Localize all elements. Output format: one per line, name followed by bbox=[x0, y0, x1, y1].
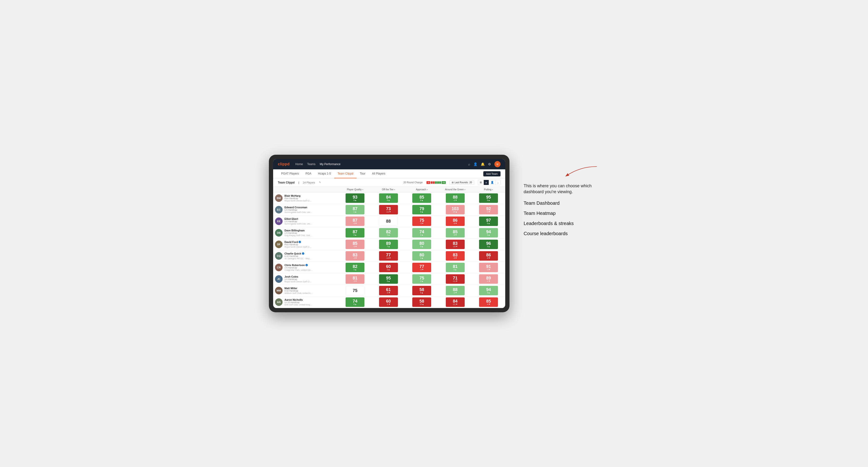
score-cell-0-1[interactable]: 846▲ bbox=[372, 192, 405, 204]
score-cell-1-0[interactable]: 871▲ bbox=[338, 204, 372, 216]
score-inner: 86-8▼ bbox=[486, 253, 491, 259]
nav-teams[interactable]: Teams bbox=[307, 162, 315, 166]
player-cell-9[interactable]: ANAaron Nicholls11-15 HandicapDrift Golf… bbox=[273, 297, 338, 308]
score-cell-0-2[interactable]: 858▲ bbox=[405, 192, 438, 204]
score-cell-3-3[interactable]: 85-3▼ bbox=[438, 227, 472, 239]
score-cell-2-2[interactable]: 75-3▼ bbox=[405, 216, 438, 227]
score-cell-9-3[interactable]: 84-21▼ bbox=[438, 297, 472, 308]
score-cell-6-3[interactable]: 814▲ bbox=[438, 262, 472, 273]
score-number: 74 bbox=[420, 230, 424, 234]
score-cell-0-4[interactable]: 959▲ bbox=[472, 192, 505, 204]
score-cell-8-2[interactable]: 584▲ bbox=[405, 285, 438, 297]
sub-nav-team-clippd[interactable]: Team Clippd bbox=[334, 169, 356, 178]
score-cell-7-1[interactable]: 958▲ bbox=[372, 273, 405, 285]
score-cell-8-3[interactable]: 88-2▼ bbox=[438, 285, 472, 297]
settings-icon[interactable]: ⚙ bbox=[488, 162, 491, 166]
col-around-green[interactable]: Around the Green ▾ bbox=[438, 187, 472, 192]
score-cell-6-2[interactable]: 77-3▼ bbox=[405, 262, 438, 273]
score-cell-3-2[interactable]: 741▲ bbox=[405, 227, 438, 239]
bell-icon[interactable]: 🔔 bbox=[481, 162, 485, 166]
score-number: 73 bbox=[386, 207, 391, 211]
score-box: 748▲ bbox=[346, 298, 365, 307]
score-cell-5-2[interactable]: 801▲ bbox=[405, 250, 438, 262]
score-inner: 814▲ bbox=[453, 264, 458, 271]
edit-icon[interactable]: ✎ bbox=[319, 181, 321, 184]
score-cell-3-4[interactable]: 941▲ bbox=[472, 227, 505, 239]
score-cell-1-4[interactable]: 92-3▼ bbox=[472, 204, 505, 216]
score-cell-5-0[interactable]: 83-3▼ bbox=[338, 250, 372, 262]
score-cell-2-0[interactable]: 87-3▼ bbox=[338, 216, 372, 227]
score-cell-9-0[interactable]: 748▲ bbox=[338, 297, 372, 308]
col-player-quality[interactable]: Player Quality ▾ bbox=[338, 187, 372, 192]
player-cell-6[interactable]: CRChris Robertson✓1-5 HandicapCraigmilla… bbox=[273, 262, 338, 273]
player-cell-3[interactable]: DBDave Billingham1-5 HandicapGog Magog G… bbox=[273, 227, 338, 239]
score-cell-6-0[interactable]: 823▲ bbox=[338, 262, 372, 273]
sub-nav-tour[interactable]: Tour bbox=[356, 169, 369, 178]
score-cell-3-0[interactable]: 874▲ bbox=[338, 227, 372, 239]
view-list-button[interactable]: ≡ bbox=[484, 180, 489, 185]
score-cell-1-1[interactable]: 73-11▼ bbox=[372, 204, 405, 216]
score-cell-8-4[interactable]: 943▲ bbox=[472, 285, 505, 297]
player-cell-7[interactable]: JCJosh Coles1-5 HandicapRoyal North Devo… bbox=[273, 273, 338, 285]
score-number: 75 bbox=[420, 218, 424, 222]
player-cell-8[interactable]: MMMatt Miller6-10 HandicapWoburn Golf Cl… bbox=[273, 285, 338, 297]
score-cell-4-4[interactable]: 963▲ bbox=[472, 239, 505, 250]
nav-home[interactable]: Home bbox=[295, 162, 303, 166]
col-off-tee[interactable]: Off the Tee ▾ bbox=[372, 187, 405, 192]
score-cell-9-4[interactable]: 85-4▼ bbox=[472, 297, 505, 308]
score-cell-0-0[interactable]: 939▲ bbox=[338, 192, 372, 204]
search-icon[interactable]: ⌕ bbox=[468, 162, 470, 166]
view-user-button[interactable]: 👤 bbox=[489, 180, 496, 185]
score-cell-0-3[interactable]: 88-1▼ bbox=[438, 192, 472, 204]
score-cell-8-0[interactable]: 75 bbox=[338, 285, 372, 297]
score-cell-4-1[interactable]: 897▲ bbox=[372, 239, 405, 250]
col-putting[interactable]: Putting ▾ bbox=[472, 187, 505, 192]
player-cell-5[interactable]: CQCharlie Quick✓6-10 HandicapSt. George'… bbox=[273, 250, 338, 262]
score-delta: 1▲ bbox=[420, 257, 423, 259]
score-cell-7-0[interactable]: 81-3▼ bbox=[338, 273, 372, 285]
sub-nav-pgat-players[interactable]: PGAT Players bbox=[278, 169, 302, 178]
nav-my-performance[interactable]: My Performance bbox=[319, 162, 340, 166]
score-cell-5-4[interactable]: 86-8▼ bbox=[472, 250, 505, 262]
sub-nav-all-players[interactable]: All Players bbox=[369, 169, 389, 178]
view-grid-button[interactable]: ⊞ bbox=[478, 180, 484, 185]
score-cell-1-2[interactable]: 799▲ bbox=[405, 204, 438, 216]
score-delta: 4▲ bbox=[454, 269, 457, 271]
score-box: 752▲ bbox=[412, 274, 431, 284]
score-number: 83 bbox=[453, 241, 458, 246]
score-delta: 8▲ bbox=[420, 199, 423, 201]
col-approach[interactable]: Approach ▾ bbox=[405, 187, 438, 192]
score-cell-1-3[interactable]: 10315▲ bbox=[438, 204, 472, 216]
score-cell-6-1[interactable]: 602▲ bbox=[372, 262, 405, 273]
view-download-button[interactable]: ↓ bbox=[496, 180, 500, 185]
score-delta: -14▼ bbox=[386, 257, 391, 259]
score-cell-2-1[interactable]: 88 bbox=[372, 216, 405, 227]
player-cell-2[interactable]: EEElliot Ebert1-5 HandicapSunningdale Go… bbox=[273, 216, 338, 227]
score-cell-4-2[interactable]: 803▲ bbox=[405, 239, 438, 250]
score-cell-4-3[interactable]: 83-10▼ bbox=[438, 239, 472, 250]
sub-nav-hcaps[interactable]: Hcaps 1-5 bbox=[315, 169, 334, 178]
user-icon[interactable]: 👤 bbox=[473, 162, 477, 166]
score-cell-5-1[interactable]: 77-14▼ bbox=[372, 250, 405, 262]
last-rounds-button[interactable]: ⊞ Last Rounds: 20 bbox=[450, 180, 474, 185]
score-cell-9-2[interactable]: 5810▲ bbox=[405, 297, 438, 308]
user-avatar[interactable]: U bbox=[494, 161, 500, 167]
add-team-button[interactable]: Add Team bbox=[483, 171, 500, 177]
score-inner: 10315▲ bbox=[452, 207, 459, 213]
score-cell-2-4[interactable]: 975▲ bbox=[472, 216, 505, 227]
score-cell-7-2[interactable]: 752▲ bbox=[405, 273, 438, 285]
score-cell-7-3[interactable]: 71-11▼ bbox=[438, 273, 472, 285]
score-cell-2-3[interactable]: 86-6▼ bbox=[438, 216, 472, 227]
score-cell-9-1[interactable]: 60-1▼ bbox=[372, 297, 405, 308]
score-cell-7-4[interactable]: 89-2▼ bbox=[472, 273, 505, 285]
score-cell-8-1[interactable]: 61-3▼ bbox=[372, 285, 405, 297]
score-delta: -8▼ bbox=[487, 257, 491, 259]
score-cell-4-0[interactable]: 85-3▼ bbox=[338, 239, 372, 250]
player-cell-0[interactable]: BMBlair McHargPlus HandicapRoyal North D… bbox=[273, 192, 338, 204]
score-cell-5-3[interactable]: 83-6▼ bbox=[438, 250, 472, 262]
player-cell-1[interactable]: ECEdward Crossman1-5 HandicapSunningdale… bbox=[273, 204, 338, 216]
player-cell-4[interactable]: DFDavid Ford✓Plus HandicapRoyal North De… bbox=[273, 239, 338, 250]
sub-nav-pga[interactable]: PGA bbox=[302, 169, 315, 178]
score-cell-3-1[interactable]: 824▲ bbox=[372, 227, 405, 239]
score-cell-6-4[interactable]: 91-3▼ bbox=[472, 262, 505, 273]
